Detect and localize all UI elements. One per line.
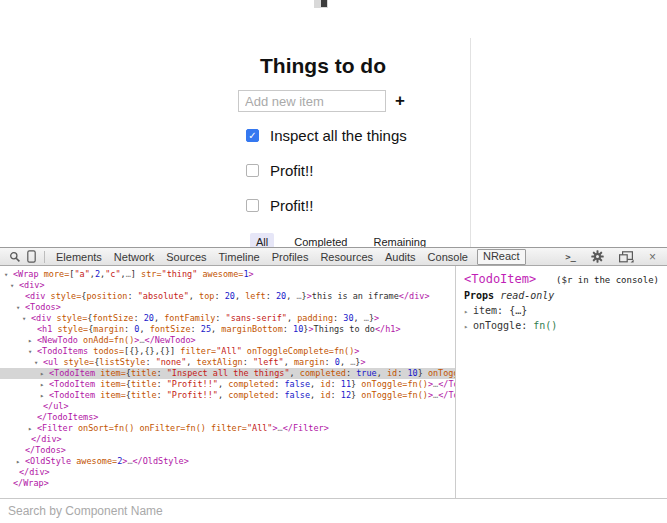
todo-row: ✓Inspect all the things xyxy=(238,118,408,153)
dock-side-icon[interactable] xyxy=(619,251,634,263)
tab-elements[interactable]: Elements xyxy=(50,249,108,265)
tree-node[interactable]: </TodoItems> xyxy=(0,412,455,423)
browser-chrome-fragment xyxy=(314,0,328,8)
tab-console[interactable]: Console xyxy=(422,249,474,265)
iframe-right-border xyxy=(470,38,471,247)
tree-node[interactable]: ▸<NewTodo onAdd=fn()>…</NewTodo> xyxy=(0,335,455,346)
tree-node[interactable]: </div> xyxy=(0,467,455,478)
tree-node[interactable]: </ul> xyxy=(0,401,455,412)
todo-label: Profit!! xyxy=(270,162,313,179)
tree-node[interactable]: <div style={position: "absolute", top: 2… xyxy=(0,291,455,302)
tab-timeline[interactable]: Timeline xyxy=(213,249,266,265)
tab-audits[interactable]: Audits xyxy=(379,249,422,265)
toolbar-right-icons: >_ xyxy=(562,250,661,263)
close-icon[interactable]: × xyxy=(649,252,656,262)
selected-component-name: <TodoItem> xyxy=(464,272,536,286)
browser-content-area: Things to do + ✓Inspect all the thingsPr… xyxy=(0,0,667,247)
props-mode-line: Props read-only xyxy=(464,290,659,301)
tree-node[interactable]: </Todos> xyxy=(0,445,455,456)
device-mode-icon[interactable] xyxy=(27,250,36,263)
tree-node[interactable]: ▾<TodoItems todos=[{},{},{}] filter="All… xyxy=(0,346,455,357)
todo-label: Inspect all the things xyxy=(270,127,407,144)
devtools-panel: ElementsNetworkSourcesTimelineProfilesRe… xyxy=(0,247,667,523)
prop-row-item[interactable]: ▸item: {…} xyxy=(464,305,659,316)
tab-network[interactable]: Network xyxy=(108,249,160,265)
search-icon xyxy=(9,251,21,263)
todo-row: Profit!! xyxy=(238,153,408,188)
todo-row: Profit!! xyxy=(238,188,408,223)
checkbox-unchecked-icon[interactable] xyxy=(246,199,259,212)
tree-node[interactable]: ▾<ul style={listStyle: "none", textAlign… xyxy=(0,357,455,368)
todo-list: ✓Inspect all the thingsProfit!!Profit!! xyxy=(238,118,408,223)
props-sidebar: <TodoItem> ($r in the console) Props rea… xyxy=(455,266,667,498)
props-list: ▸item: {…}▸onToggle: fn() xyxy=(464,305,659,331)
tree-node[interactable]: </div> xyxy=(0,434,455,445)
component-search-bar xyxy=(0,498,667,523)
tab-profiles[interactable]: Profiles xyxy=(266,249,315,265)
tree-node[interactable]: ▸<OldStyle awesome=2>…</OldStyle> xyxy=(0,456,455,467)
tree-node[interactable]: ▸<TodoItem item={title: "Inspect all the… xyxy=(0,368,455,379)
gear-icon[interactable] xyxy=(591,250,604,263)
checkbox-unchecked-icon[interactable] xyxy=(246,164,259,177)
props-readonly-label: read-only xyxy=(500,290,554,301)
todo-app: Things to do + ✓Inspect all the thingsPr… xyxy=(238,54,408,251)
tree-node[interactable]: </Wrap> xyxy=(0,478,455,489)
tree-node[interactable]: ▸<TodoItem item={title: "Profit!!", comp… xyxy=(0,379,455,390)
tree-node[interactable]: ▾<div> xyxy=(0,280,455,291)
tree-node[interactable]: ▸<Filter onSort=fn() onFilter=fn() filte… xyxy=(0,423,455,434)
component-search-input[interactable] xyxy=(0,499,667,523)
toolbar-separator xyxy=(44,251,45,263)
devtools-tab-strip: ElementsNetworkSourcesTimelineProfilesRe… xyxy=(50,249,526,265)
console-toggle-icon[interactable]: >_ xyxy=(565,252,576,262)
tree-node[interactable]: ▸<TodoItem item={title: "Profit!!", comp… xyxy=(0,390,455,401)
tab-sources[interactable]: Sources xyxy=(160,249,212,265)
props-label: Props xyxy=(464,290,494,301)
add-item-button[interactable]: + xyxy=(395,90,405,112)
tree-node[interactable]: ▾<Todos> xyxy=(0,302,455,313)
add-item-row: + xyxy=(238,90,408,112)
page-title: Things to do xyxy=(238,54,408,78)
inspect-element-icon[interactable] xyxy=(9,251,21,263)
component-tree-panel: ▾<Wrap more=["a",2,"c",…] str="thing" aw… xyxy=(0,266,455,498)
props-header: <TodoItem> ($r in the console) xyxy=(464,272,659,286)
tab-resources[interactable]: Resources xyxy=(314,249,379,265)
new-item-input[interactable] xyxy=(238,90,386,112)
devtools-toolbar: ElementsNetworkSourcesTimelineProfilesRe… xyxy=(0,248,667,266)
checkbox-checked-icon[interactable]: ✓ xyxy=(246,129,259,142)
tree-node[interactable]: ▾<div style={fontSize: 20, fontFamily: "… xyxy=(0,313,455,324)
prop-row-onToggle[interactable]: ▸onToggle: fn() xyxy=(464,320,659,331)
tab-nreact[interactable]: NReact xyxy=(477,249,526,265)
tree-node[interactable]: ▾<Wrap more=["a",2,"c",…] str="thing" aw… xyxy=(0,269,455,280)
console-hint: ($r in the console) xyxy=(556,275,659,285)
tree-node[interactable]: <h1 style={margin: 0, fontSize: 25, marg… xyxy=(0,324,455,335)
todo-label: Profit!! xyxy=(270,197,313,214)
